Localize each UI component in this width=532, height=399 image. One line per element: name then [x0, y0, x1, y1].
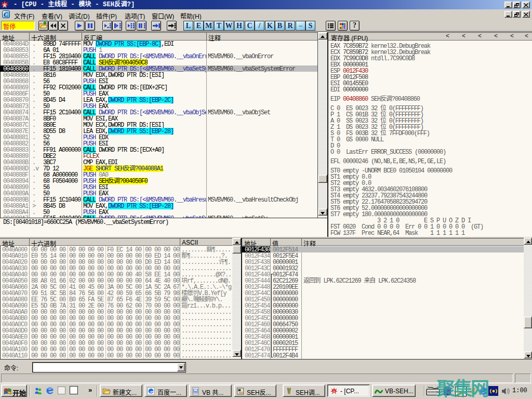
- svg-text:W: W: [194, 390, 197, 394]
